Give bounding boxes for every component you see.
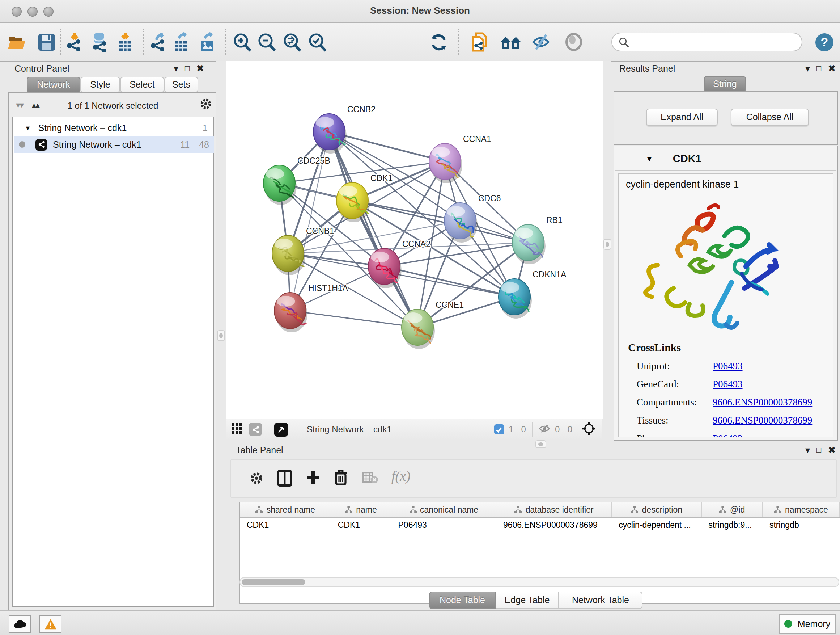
- section-collapse-icon[interactable]: ▼: [645, 154, 653, 163]
- open-session-button[interactable]: [6, 31, 27, 53]
- node-CCNA2[interactable]: CCNA2: [368, 239, 431, 288]
- crosslink-label: Tissues:: [637, 415, 713, 426]
- import-table-file-button[interactable]: [114, 31, 136, 53]
- panel-menu-icon[interactable]: ▾: [805, 445, 810, 455]
- network-graph[interactable]: CCNB2CCNA1CDC25BCDK1CDC6RB1CCNB1CCNA2CDK…: [226, 61, 603, 418]
- zoom-selected-button[interactable]: [306, 31, 328, 53]
- table-cell: stringdb: [763, 518, 840, 532]
- node-CCNB2[interactable]: CCNB2: [313, 105, 376, 154]
- zoom-fit-button[interactable]: [281, 31, 302, 53]
- memory-button[interactable]: Memory: [779, 614, 836, 633]
- panel-menu-icon[interactable]: ▾: [805, 64, 810, 73]
- tab-string[interactable]: String: [704, 76, 746, 92]
- first-neighbors-button[interactable]: [500, 31, 522, 53]
- gene-section-header[interactable]: ▼ CDK1: [615, 147, 836, 171]
- search-input[interactable]: [630, 36, 791, 48]
- column-header-shared-name[interactable]: shared name: [240, 502, 332, 517]
- export-network-button[interactable]: [148, 31, 169, 53]
- panel-float-icon[interactable]: □: [185, 65, 189, 73]
- tab-select[interactable]: Select: [120, 77, 164, 93]
- column-header-database-identifier[interactable]: database identifier: [497, 502, 613, 517]
- grid-view-icon[interactable]: [232, 423, 242, 436]
- node-label: CCNE1: [436, 300, 464, 310]
- node-label: CCNB1: [306, 226, 334, 236]
- table-row[interactable]: CDK1CDK1P064939606.ENSP00000378699cyclin…: [240, 518, 840, 532]
- titlebar: Session: New Session: [0, 0, 840, 23]
- search-field[interactable]: [611, 33, 802, 51]
- panel-close-icon[interactable]: ✖: [828, 445, 836, 455]
- network-options-gear-icon[interactable]: [200, 98, 212, 113]
- node-label: RB1: [546, 215, 562, 225]
- network-tab-content: ▾▾ ▴▴ 1 of 1 Network selected ▼ String N…: [8, 92, 218, 610]
- node-CDKN1A[interactable]: CDKN1A: [499, 270, 567, 318]
- show-all-hidden-button[interactable]: [563, 31, 584, 53]
- panel-float-icon[interactable]: □: [816, 446, 821, 454]
- tab-edge-table[interactable]: Edge Table: [496, 592, 559, 609]
- zoom-out-button[interactable]: [256, 31, 277, 53]
- node-HIST1H1A[interactable]: HIST1H1A: [274, 283, 348, 333]
- cloud-status-button[interactable]: [9, 616, 31, 633]
- collection-label: String Network – cdk1: [38, 123, 127, 133]
- tree-expander-icon[interactable]: ▼: [25, 124, 31, 131]
- network-share-icon[interactable]: [249, 423, 262, 436]
- column-header-canonical-name[interactable]: canonical name: [392, 502, 497, 517]
- birds-eye-view-icon[interactable]: [274, 423, 288, 436]
- panel-close-icon[interactable]: ✖: [828, 64, 836, 73]
- delete-table-icon[interactable]: [363, 472, 378, 486]
- select-columns-icon[interactable]: [277, 470, 292, 489]
- svg-text:?: ?: [821, 35, 828, 49]
- zoom-in-button[interactable]: [231, 31, 253, 53]
- network-canvas[interactable]: CCNB2CCNA1CDC25BCDK1CDC6RB1CCNB1CCNA2CDK…: [226, 61, 603, 418]
- tab-sets[interactable]: Sets: [164, 77, 198, 93]
- warnings-button[interactable]: [39, 616, 62, 633]
- tab-network-table[interactable]: Network Table: [559, 592, 643, 609]
- node-CCNE1[interactable]: CCNE1: [401, 300, 464, 349]
- column-header--id[interactable]: @id: [702, 502, 763, 517]
- column-header-description[interactable]: description: [612, 502, 702, 517]
- collapse-all-button[interactable]: Collapse All: [731, 109, 809, 126]
- crosslinks-list: Uniprot:P06493GeneCard:P06493Compartment…: [637, 361, 828, 437]
- tab-network[interactable]: Network: [27, 77, 80, 93]
- crosslink-link[interactable]: P06493: [713, 379, 743, 390]
- hide-selected-button[interactable]: [531, 31, 552, 53]
- node-CCNB1[interactable]: CCNB1: [272, 226, 334, 275]
- scrollbar-thumb[interactable]: [242, 579, 305, 585]
- import-network-file-button[interactable]: [64, 31, 85, 53]
- network-row[interactable]: String Network – cdk1 11 48: [14, 136, 214, 153]
- crosshair-icon[interactable]: [583, 422, 595, 437]
- column-type-icon: [719, 506, 726, 513]
- panel-menu-icon[interactable]: ▾: [174, 64, 178, 73]
- crosslink-label: Pharos:: [637, 433, 713, 437]
- crosslink-link[interactable]: P06493: [713, 361, 743, 372]
- network-tree: ▼ String Network – cdk1 1 String Network…: [12, 117, 214, 607]
- export-table-button[interactable]: [171, 31, 193, 53]
- node-RB1[interactable]: RB1: [512, 215, 562, 264]
- crosslink-link[interactable]: P06493: [713, 433, 743, 437]
- hidden-eye-icon[interactable]: [538, 423, 551, 435]
- column-header-namespace[interactable]: namespace: [763, 502, 840, 517]
- delete-column-trash-icon[interactable]: [333, 469, 348, 489]
- new-network-from-selection-button[interactable]: [469, 31, 491, 53]
- vertical-splitter-left[interactable]: [216, 61, 226, 610]
- tab-style[interactable]: Style: [80, 77, 120, 93]
- help-button[interactable]: ?: [813, 31, 835, 53]
- table-settings-gear-icon[interactable]: [249, 471, 264, 488]
- crosslink-link[interactable]: 9606.ENSP00000378699: [713, 415, 812, 426]
- selected-checkbox-icon[interactable]: [494, 424, 504, 434]
- table-horizontal-scrollbar[interactable]: [240, 577, 839, 587]
- import-network-database-button[interactable]: [89, 31, 111, 53]
- expand-all-button[interactable]: Expand All: [646, 109, 718, 126]
- panel-float-icon[interactable]: □: [816, 65, 821, 73]
- network-collection-row[interactable]: ▼ String Network – cdk1 1: [14, 119, 214, 136]
- panel-close-icon[interactable]: ✖: [196, 64, 204, 73]
- add-column-icon[interactable]: [305, 470, 321, 488]
- tab-node-table[interactable]: Node Table: [429, 592, 496, 609]
- crosslink-row: Pharos:P06493: [637, 433, 828, 437]
- crosslink-link[interactable]: 9606.ENSP00000378699: [713, 397, 812, 409]
- export-image-button[interactable]: [197, 31, 218, 53]
- function-builder-icon[interactable]: f(x): [392, 469, 411, 485]
- apply-layout-button[interactable]: [428, 31, 449, 53]
- save-session-button[interactable]: [35, 31, 57, 53]
- refresh-icon: [429, 32, 448, 52]
- column-header-name[interactable]: name: [332, 502, 392, 517]
